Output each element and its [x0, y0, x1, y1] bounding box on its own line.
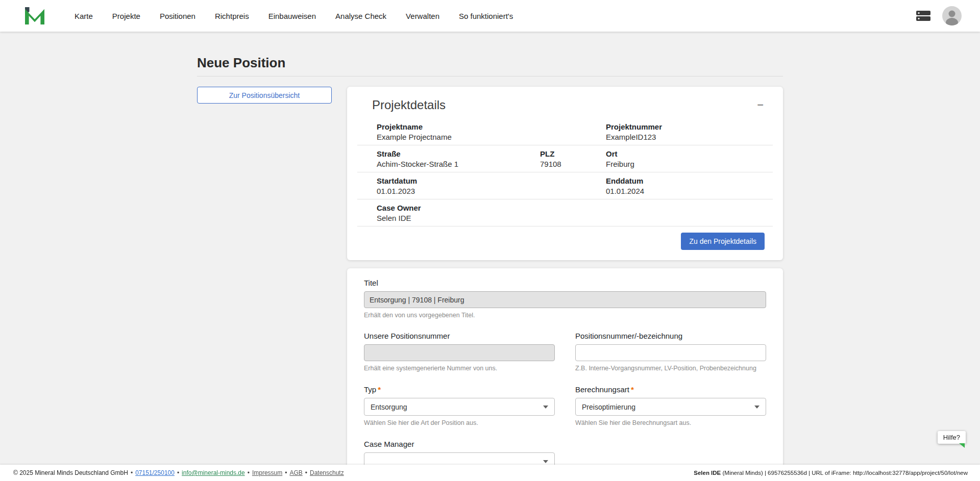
email-link[interactable]: info@mineral-minds.de [182, 469, 245, 476]
table-row: Projektname Example Projectname Projektn… [357, 118, 773, 145]
projektname-label: Projektname [377, 122, 582, 132]
projektnummer-value: ExampleID123 [606, 133, 769, 142]
right-column: Projektdetails − Projektname Example Pro… [347, 87, 783, 481]
copyright-text: © 2025 Mineral Minds Deutschland GmbH [13, 469, 128, 476]
project-details-card: Projektdetails − Projektname Example Pro… [347, 87, 783, 260]
position-form-card: Titel Erhält den von uns vorgegebenen Ti… [347, 268, 783, 481]
enddatum-label: Enddatum [606, 176, 769, 186]
separator: • [305, 469, 307, 476]
positionsnummer-label: Positionsnummer/-bezeichnung [575, 332, 766, 340]
help-bubble-tail-icon [959, 443, 965, 448]
ort-label: Ort [606, 149, 769, 159]
chevron-down-icon [754, 406, 760, 409]
nav-item-analyse-check[interactable]: Analyse Check [335, 12, 386, 20]
projektname-value: Example Projectname [377, 133, 582, 142]
footer-left: © 2025 Mineral Minds Deutschland GmbH • … [13, 469, 344, 476]
unsere-positionsnummer-label: Unsere Positionsnummer [364, 332, 555, 340]
strasse-value: Achim-Stocker-Straße 1 [377, 160, 517, 169]
impressum-link[interactable]: Impressum [252, 469, 282, 476]
berechnungsart-label: Berechnungsart* [575, 385, 766, 394]
datenschutz-link[interactable]: Datenschutz [310, 469, 344, 476]
footer-session-details: (Mineral Minds) | 69576255536d | URL of … [721, 470, 968, 476]
main-content: Neue Position Zur Positionsübersicht Pro… [0, 32, 980, 481]
typ-label: Typ* [364, 385, 555, 394]
unsere-positionsnummer-help: Erhält eine systemgenerierte Nummer von … [364, 365, 555, 372]
project-card-title: Projektdetails [372, 98, 446, 112]
titel-input [364, 291, 766, 308]
berechnungsart-field: Berechnungsart* Preisoptimierung Wählen … [575, 385, 766, 426]
titel-label: Titel [364, 279, 766, 287]
berechnungsart-help: Wählen Sie hier die Berechnungsart aus. [575, 419, 766, 426]
positionsnummer-field: Positionsnummer/-bezeichnung Z.B. Intern… [575, 332, 766, 372]
nav-item-einbauweisen[interactable]: Einbauweisen [268, 12, 316, 20]
enddatum-value: 01.01.2024 [606, 187, 769, 196]
top-navbar: Karte Projekte Positionen Richtpreis Ein… [0, 0, 980, 32]
table-row: Straße Achim-Stocker-Straße 1 PLZ 79108 … [357, 145, 773, 172]
collapse-card-button[interactable]: − [752, 99, 769, 111]
agb-link[interactable]: AGB [289, 469, 302, 476]
mineral-minds-logo-icon [24, 6, 45, 26]
page-title: Neue Position [197, 55, 783, 71]
chevron-down-icon [543, 460, 548, 463]
positionsnummer-input[interactable] [575, 344, 766, 361]
typ-select-value: Entsorgung [371, 403, 407, 411]
case-owner-value: Selen IDE [377, 214, 769, 223]
case-owner-label: Case Owner [377, 204, 769, 213]
titel-field: Titel Erhält den von uns vorgegebenen Ti… [364, 279, 766, 319]
help-button[interactable]: Hilfe? [938, 431, 966, 444]
required-mark: * [378, 385, 381, 394]
nav-item-karte[interactable]: Karte [75, 12, 93, 20]
unsere-positionsnummer-field: Unsere Positionsnummer Erhält eine syste… [364, 332, 555, 372]
plz-label: PLZ [540, 149, 582, 159]
ort-value: Freiburg [606, 160, 769, 169]
typ-help: Wählen Sie hier die Art der Position aus… [364, 419, 555, 426]
case-manager-label: Case Manager [364, 440, 555, 448]
unsere-positionsnummer-input [364, 344, 555, 361]
server-icon[interactable] [916, 10, 931, 22]
main-nav: Karte Projekte Positionen Richtpreis Ein… [75, 12, 513, 20]
separator: • [131, 469, 133, 476]
separator: • [177, 469, 179, 476]
nav-item-richtpreis[interactable]: Richtpreis [215, 12, 249, 20]
positionsnummer-help: Z.B. Interne-Vorgangsnummer, LV-Position… [575, 365, 766, 372]
startdatum-label: Startdatum [377, 176, 582, 186]
nav-item-verwalten[interactable]: Verwalten [406, 12, 439, 20]
typ-select[interactable]: Entsorgung [364, 398, 555, 416]
title-divider [197, 76, 783, 77]
nav-item-positionen[interactable]: Positionen [160, 12, 195, 20]
startdatum-value: 01.01.2023 [377, 187, 582, 196]
navbar-right [916, 6, 962, 26]
berechnungsart-select-value: Preisoptimierung [582, 403, 635, 411]
user-avatar-icon[interactable] [942, 6, 962, 26]
phone-link[interactable]: 07151/250100 [135, 469, 175, 476]
strasse-label: Straße [377, 149, 517, 159]
footer-session-info: Selen IDE (Mineral Minds) | 69576255536d… [694, 470, 968, 476]
help-button-label: Hilfe? [943, 434, 960, 441]
separator: • [285, 469, 287, 476]
separator: • [248, 469, 250, 476]
nav-item-projekte[interactable]: Projekte [112, 12, 140, 20]
app-logo[interactable] [24, 6, 45, 26]
project-details-table: Projektname Example Projectname Projektn… [357, 118, 773, 226]
left-column: Zur Positionsübersicht [197, 87, 332, 104]
footer-user: Selen IDE [694, 470, 721, 476]
positions-overview-button[interactable]: Zur Positionsübersicht [197, 87, 332, 104]
table-row: Startdatum 01.01.2023 Enddatum 01.01.202… [357, 172, 773, 199]
table-row: Case Owner Selen IDE [357, 199, 773, 226]
typ-field: Typ* Entsorgung Wählen Sie hier die Art … [364, 385, 555, 426]
berechnungsart-select[interactable]: Preisoptimierung [575, 398, 766, 416]
projektnummer-label: Projektnummer [606, 122, 769, 132]
plz-value: 79108 [540, 160, 582, 169]
required-mark: * [631, 385, 634, 394]
footer: © 2025 Mineral Minds Deutschland GmbH • … [0, 465, 980, 481]
chevron-down-icon [543, 406, 548, 409]
project-details-button[interactable]: Zu den Projektdetails [681, 233, 765, 250]
nav-item-so-funktionierts[interactable]: So funktioniert's [459, 12, 513, 20]
titel-help: Erhält den von uns vorgegebenen Titel. [364, 312, 766, 319]
